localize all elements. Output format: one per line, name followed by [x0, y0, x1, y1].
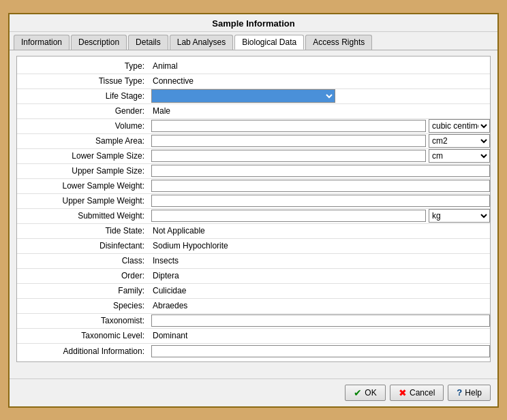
- ok-button[interactable]: ✔ OK: [345, 385, 386, 401]
- ok-label: OK: [365, 388, 376, 398]
- footer: ✔ OK ✖ Cancel ? Help: [10, 378, 497, 406]
- tab-lab-analyses[interactable]: Lab Analyses: [170, 35, 233, 50]
- form-row: Disinfectant:Sodium Hypochlorite: [17, 239, 490, 254]
- field-value-15: Culicidae: [150, 286, 490, 295]
- field-input-9[interactable]: [151, 195, 490, 207]
- field-text-12: Sodium Hypochlorite: [151, 241, 228, 251]
- help-button[interactable]: ? Help: [448, 385, 491, 401]
- field-text-11: Not Applicable: [151, 226, 205, 236]
- tab-access-rights[interactable]: Access Rights: [305, 35, 372, 50]
- field-input-8[interactable]: [151, 180, 490, 192]
- field-label-18: Taxonomic Level:: [17, 331, 150, 340]
- field-value-18: Dominant: [150, 331, 490, 340]
- form-row: Additional Information:: [17, 344, 490, 359]
- form-row: Type:Animal: [17, 59, 490, 74]
- field-value-17[interactable]: [150, 314, 490, 327]
- main-window: Sample Information InformationDescriptio…: [8, 13, 499, 408]
- tab-information[interactable]: Information: [14, 35, 70, 50]
- form-row: Order:Diptera: [17, 269, 490, 284]
- tab-biological-data[interactable]: Biological Data: [234, 35, 304, 50]
- unit-select-4[interactable]: cubic centimet: [429, 119, 490, 133]
- field-value-11: Not Applicable: [150, 226, 490, 236]
- field-text-15: Culicidae: [151, 286, 186, 295]
- field-value-3: Male: [150, 106, 490, 116]
- field-value-7[interactable]: [150, 165, 490, 177]
- field-input-6[interactable]: [151, 150, 426, 162]
- field-label-7: Upper Sample Size:: [17, 166, 150, 176]
- field-input-5[interactable]: [151, 135, 426, 147]
- field-label-14: Order:: [17, 271, 150, 280]
- field-label-10: Submitted Weight:: [17, 211, 150, 221]
- unit-select-10[interactable]: kg: [429, 209, 490, 223]
- field-value-14: Diptera: [150, 271, 490, 280]
- field-label-15: Family:: [17, 286, 150, 295]
- field-text-18: Dominant: [151, 331, 187, 340]
- form-row: Tissue Type:Connective: [17, 74, 490, 89]
- field-input-19[interactable]: [151, 345, 490, 357]
- field-label-17: Taxonomist:: [17, 316, 150, 325]
- help-icon: ?: [457, 387, 462, 398]
- field-text-0: Animal: [151, 61, 178, 71]
- tab-description[interactable]: Description: [71, 35, 127, 50]
- field-input-7[interactable]: [151, 165, 490, 177]
- field-label-16: Species:: [17, 301, 150, 310]
- form-area: Type:AnimalTissue Type:ConnectiveLife St…: [16, 56, 491, 362]
- form-row: Taxonomic Level:Dominant: [17, 329, 490, 344]
- form-row: Taxonomist:: [17, 314, 490, 329]
- field-value-12: Sodium Hypochlorite: [150, 241, 490, 251]
- field-label-8: Lower Sample Weight:: [17, 181, 150, 191]
- form-row: Gender:Male: [17, 104, 490, 119]
- field-value-19[interactable]: [150, 345, 490, 357]
- form-row: Species:Abraedes: [17, 299, 490, 314]
- field-label-13: Class:: [17, 256, 150, 265]
- field-value-16: Abraedes: [150, 301, 490, 310]
- form-row: Sample Area:cm2: [17, 134, 490, 149]
- tab-bar: InformationDescriptionDetailsLab Analyse…: [10, 32, 497, 50]
- field-label-5: Sample Area:: [17, 136, 150, 146]
- form-row: Upper Sample Weight:: [17, 194, 490, 209]
- life-stage-select[interactable]: [151, 89, 335, 103]
- field-label-19: Additional Information:: [17, 346, 150, 356]
- cancel-label: Cancel: [410, 388, 435, 398]
- field-text-16: Abraedes: [151, 301, 187, 310]
- unit-select-6[interactable]: cm: [429, 149, 490, 163]
- field-label-9: Upper Sample Weight:: [17, 196, 150, 206]
- field-value-4: cubic centimet: [150, 119, 490, 133]
- field-value-9[interactable]: [150, 195, 490, 207]
- title-bar: Sample Information: [10, 14, 497, 32]
- tab-details[interactable]: Details: [128, 35, 168, 50]
- field-value-8[interactable]: [150, 180, 490, 192]
- unit-select-5[interactable]: cm2: [429, 134, 490, 148]
- form-row: Tide State:Not Applicable: [17, 224, 490, 239]
- field-text-13: Insects: [151, 256, 179, 265]
- field-value-10: kg: [150, 209, 490, 223]
- help-label: Help: [465, 388, 482, 398]
- field-text-3: Male: [151, 106, 170, 116]
- form-row: Family:Culicidae: [17, 284, 490, 299]
- field-label-3: Gender:: [17, 106, 150, 116]
- form-row: Volume:cubic centimet: [17, 119, 490, 134]
- field-label-11: Tide State:: [17, 226, 150, 236]
- ok-icon: ✔: [354, 387, 362, 398]
- field-value-6: cm: [150, 149, 490, 163]
- content-area: Type:AnimalTissue Type:ConnectiveLife St…: [10, 50, 497, 378]
- field-value-13: Insects: [150, 256, 490, 265]
- field-input-10[interactable]: [151, 210, 426, 222]
- field-text-1: Connective: [151, 76, 194, 86]
- field-input-17[interactable]: [151, 314, 490, 327]
- form-row: Upper Sample Size:: [17, 164, 490, 179]
- field-label-6: Lower Sample Size:: [17, 151, 150, 161]
- field-label-0: Type:: [17, 61, 150, 71]
- form-row: Submitted Weight:kg: [17, 209, 490, 224]
- field-value-2: [150, 89, 490, 103]
- field-text-14: Diptera: [151, 271, 179, 280]
- field-label-2: Life Stage:: [17, 91, 150, 101]
- field-input-4[interactable]: [151, 120, 426, 132]
- window-title: Sample Information: [212, 18, 294, 29]
- field-value-5: cm2: [150, 134, 490, 148]
- form-row: Lower Sample Size:cm: [17, 149, 490, 164]
- form-row: Lower Sample Weight:: [17, 179, 490, 194]
- field-label-4: Volume:: [17, 121, 150, 131]
- form-row: Class:Insects: [17, 254, 490, 269]
- cancel-button[interactable]: ✖ Cancel: [390, 385, 444, 401]
